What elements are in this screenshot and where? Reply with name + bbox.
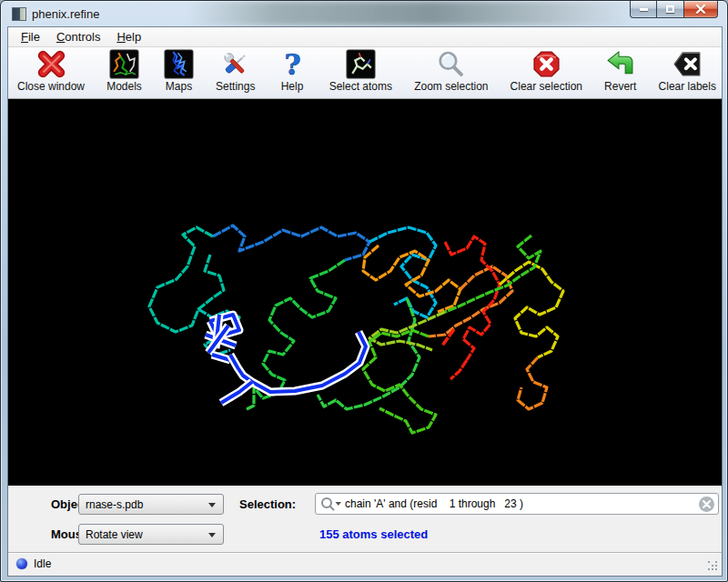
toolbar-maps[interactable]: Maps xyxy=(164,49,194,98)
settings-icon xyxy=(220,49,250,79)
toolbar-clear-selection[interactable]: Clear selection xyxy=(511,49,582,98)
window-content: File Controls Help Close window xyxy=(8,27,722,576)
status-led-icon xyxy=(16,558,27,569)
maximize-button[interactable] xyxy=(657,1,683,18)
atoms-selected-text: 155 atoms selected xyxy=(319,527,428,541)
object-dropdown[interactable]: rnase-s.pdb xyxy=(78,494,224,515)
selection-input[interactable] xyxy=(345,495,691,513)
control-panel: Object: rnase-s.pdb Selection: Mouse: Ro… xyxy=(8,486,722,552)
maps-icon xyxy=(164,49,194,79)
resize-grip[interactable] xyxy=(708,561,719,572)
toolbar-revert[interactable]: Revert xyxy=(604,49,636,98)
menu-controls[interactable]: Controls xyxy=(48,28,108,45)
models-icon xyxy=(109,49,139,79)
minimize-button[interactable] xyxy=(630,1,657,18)
toolbar-select-atoms[interactable]: Select atoms xyxy=(329,49,392,98)
svg-text:?: ? xyxy=(284,49,300,79)
clear-labels-icon xyxy=(672,49,703,79)
toolbar-settings[interactable]: Settings xyxy=(216,49,255,98)
status-bar: Idle xyxy=(8,552,722,575)
mouse-dropdown[interactable]: Rotate view xyxy=(78,524,224,545)
select-atoms-icon xyxy=(346,49,376,79)
titlebar-glass-reflection xyxy=(187,1,633,25)
toolbar-models[interactable]: Models xyxy=(106,49,142,98)
close-window-icon xyxy=(36,49,66,79)
zoom-selection-icon xyxy=(436,49,466,79)
selection-label: Selection: xyxy=(239,497,296,511)
molecule-viewport[interactable] xyxy=(8,99,722,486)
menu-bar: File Controls Help xyxy=(8,27,722,47)
search-icon xyxy=(320,497,342,512)
help-icon: ? xyxy=(278,49,308,79)
toolbar: Close window Models xyxy=(8,47,722,99)
window-icon xyxy=(12,7,26,21)
title-bar[interactable]: phenix.refine xyxy=(1,1,727,27)
toolbar-close-window[interactable]: Close window xyxy=(17,49,85,98)
object-dropdown-value: rnase-s.pdb xyxy=(86,498,143,511)
mouse-dropdown-value: Rotate view xyxy=(86,528,143,541)
minimize-icon xyxy=(640,8,648,11)
caption-buttons xyxy=(630,1,718,18)
revert-icon xyxy=(605,49,635,79)
menu-help[interactable]: Help xyxy=(108,28,149,45)
status-text: Idle xyxy=(34,557,51,570)
molecule-trace xyxy=(8,99,722,486)
close-button[interactable] xyxy=(683,1,718,18)
toolbar-help[interactable]: ? Help xyxy=(278,49,308,98)
toolbar-clear-labels[interactable]: Clear labels xyxy=(659,49,716,98)
clear-search-icon xyxy=(703,500,711,508)
app-window: phenix.refine File Controls Help Close w… xyxy=(0,0,728,582)
clear-search-button[interactable] xyxy=(699,497,714,512)
close-icon xyxy=(695,4,706,15)
maximize-icon xyxy=(666,5,674,13)
menu-file[interactable]: File xyxy=(13,28,48,45)
toolbar-zoom-selection[interactable]: Zoom selection xyxy=(414,49,488,98)
clear-selection-icon xyxy=(531,49,561,79)
window-title: phenix.refine xyxy=(32,7,99,21)
selection-search-field[interactable] xyxy=(315,493,719,515)
